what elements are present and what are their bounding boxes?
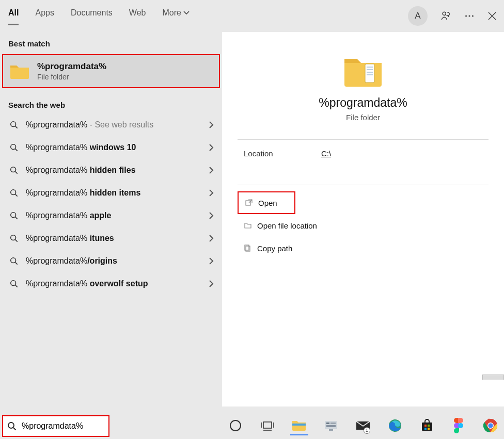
- suggestion-label: %programdata%/origins: [26, 256, 209, 266]
- edge-icon[interactable]: [386, 416, 404, 435]
- tabs: All Apps Documents Web More: [8, 8, 190, 24]
- svg-rect-46: [456, 428, 459, 431]
- settings-app-icon[interactable]: [322, 416, 340, 435]
- search-icon: [8, 257, 20, 265]
- svg-rect-29: [330, 422, 336, 424]
- web-suggestion[interactable]: %programdata%/origins: [0, 250, 222, 272]
- svg-point-44: [458, 423, 463, 428]
- suggestion-label: %programdata% overwolf setup: [26, 279, 209, 288]
- tab-more[interactable]: More: [162, 8, 189, 24]
- tab-apps[interactable]: Apps: [35, 8, 54, 24]
- preview-pane: %programdata% File folder Location C:\ O…: [222, 32, 504, 407]
- web-suggestion[interactable]: %programdata% hidden files: [0, 159, 222, 182]
- content: Best match %programdata% File folder Sea…: [0, 32, 504, 407]
- search-web-heading: Search the web: [0, 93, 222, 113]
- chevron-right-icon: [209, 212, 214, 219]
- svg-point-1: [465, 15, 467, 17]
- svg-rect-26: [292, 424, 306, 426]
- best-match-result[interactable]: %programdata% File folder: [2, 54, 220, 88]
- tab-web[interactable]: Web: [129, 8, 146, 24]
- web-suggestion[interactable]: %programdata% itunes: [0, 227, 222, 250]
- feedback-icon[interactable]: [440, 10, 451, 22]
- cortana-icon[interactable]: [226, 416, 245, 435]
- open-file-location-label: Open file location: [257, 221, 317, 230]
- suggestion-label: %programdata% itunes: [26, 234, 209, 243]
- open-file-location-action[interactable]: Open file location: [238, 214, 489, 237]
- copy-icon: [244, 244, 257, 252]
- chrome-icon[interactable]: [481, 416, 500, 435]
- chevron-right-icon: [209, 257, 214, 265]
- chevron-right-icon: [209, 121, 214, 128]
- svg-point-2: [468, 15, 470, 17]
- suggestion-label: %programdata% hidden files: [26, 166, 209, 175]
- task-view-icon[interactable]: [258, 416, 277, 435]
- svg-rect-12: [365, 64, 374, 83]
- best-match-subtitle: File folder: [37, 73, 106, 81]
- mail-icon[interactable]: 1: [354, 416, 372, 435]
- divider: [238, 185, 489, 185]
- more-options-icon[interactable]: [464, 10, 475, 22]
- svg-point-6: [11, 167, 16, 172]
- svg-rect-37: [428, 428, 430, 430]
- search-icon: [8, 189, 20, 197]
- svg-rect-17: [246, 201, 250, 205]
- close-icon[interactable]: [487, 11, 497, 21]
- search-bar[interactable]: [2, 415, 109, 437]
- svg-rect-30: [326, 425, 336, 427]
- chevron-down-icon: [183, 11, 190, 15]
- svg-rect-33: [422, 422, 432, 431]
- web-suggestion[interactable]: %programdata% hidden items: [0, 182, 222, 204]
- avatar[interactable]: A: [408, 6, 428, 26]
- svg-point-49: [489, 423, 493, 428]
- web-suggestion[interactable]: %programdata% overwolf setup: [0, 272, 222, 295]
- best-match-title: %programdata%: [37, 61, 106, 72]
- svg-point-10: [11, 258, 16, 263]
- search-icon: [8, 280, 20, 288]
- tab-all[interactable]: All: [8, 8, 19, 24]
- search-icon: [8, 121, 20, 129]
- mail-badge: 1: [364, 427, 370, 434]
- web-suggestion[interactable]: %programdata% apple: [0, 204, 222, 227]
- chevron-right-icon: [209, 235, 214, 242]
- taskbar: 1: [222, 412, 504, 439]
- location-value[interactable]: C:\: [321, 149, 331, 158]
- svg-rect-31: [329, 429, 333, 431]
- suggestion-label: %programdata% - See web results: [26, 120, 209, 129]
- best-match-heading: Best match: [0, 32, 222, 52]
- svg-point-20: [8, 422, 14, 428]
- svg-rect-22: [263, 422, 272, 428]
- preview-subtitle: File folder: [222, 113, 504, 122]
- suggestion-label: %programdata% apple: [26, 211, 209, 220]
- open-icon: [245, 199, 258, 207]
- tab-more-label: More: [162, 8, 181, 18]
- copy-path-action[interactable]: Copy path: [238, 237, 489, 259]
- svg-rect-35: [428, 425, 430, 427]
- web-suggestion[interactable]: %programdata% windows 10: [0, 136, 222, 159]
- open-action[interactable]: Open: [238, 191, 295, 214]
- chevron-right-icon: [209, 167, 214, 174]
- chevron-right-icon: [209, 280, 214, 287]
- tab-documents[interactable]: Documents: [71, 8, 113, 24]
- suggestion-label: %programdata% windows 10: [26, 143, 209, 152]
- svg-point-5: [11, 144, 16, 150]
- header: All Apps Documents Web More A: [0, 0, 504, 32]
- svg-rect-28: [326, 422, 329, 424]
- search-input[interactable]: [22, 421, 104, 431]
- header-actions: A: [408, 6, 497, 26]
- folder-icon: [9, 62, 30, 80]
- svg-rect-36: [424, 428, 427, 430]
- web-suggestion[interactable]: %programdata% - See web results: [0, 113, 222, 136]
- chrome-preview-thumb: [482, 375, 504, 380]
- svg-point-0: [443, 12, 446, 15]
- chevron-right-icon: [209, 144, 214, 151]
- search-icon: [8, 166, 20, 174]
- file-explorer-icon[interactable]: [290, 416, 309, 435]
- figma-icon[interactable]: [449, 416, 468, 435]
- svg-point-21: [230, 420, 241, 431]
- svg-point-8: [11, 213, 16, 218]
- microsoft-store-icon[interactable]: [418, 416, 436, 435]
- location-label: Location: [244, 149, 321, 158]
- chevron-right-icon: [209, 189, 214, 197]
- svg-point-4: [11, 122, 16, 127]
- copy-path-label: Copy path: [257, 244, 292, 253]
